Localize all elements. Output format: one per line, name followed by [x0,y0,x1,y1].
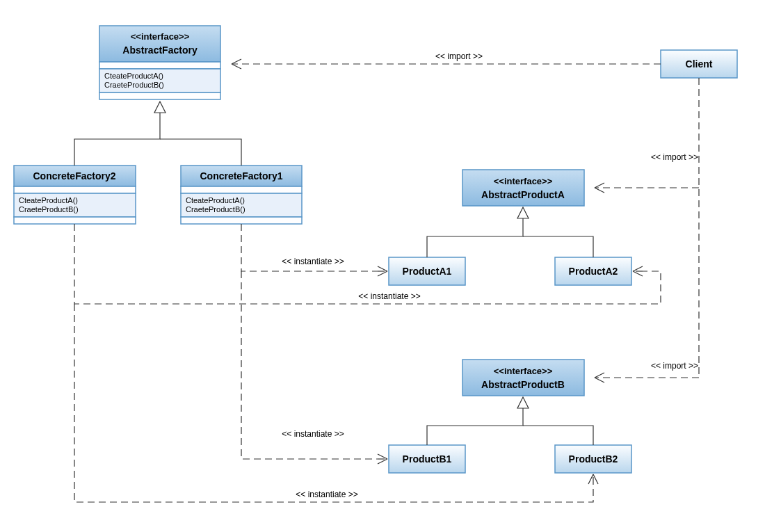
abstract-product-b-title: AbstractProductB [481,379,565,390]
inst-label-4: << instantiate >> [296,490,357,499]
product-b1-title: ProductB1 [403,453,452,465]
inst-label-1: << instantiate >> [282,257,344,266]
svg-rect-12 [181,217,302,224]
abstract-factory-title: AbstractFactory [122,45,198,56]
cf2-inh-line [74,113,160,166]
svg-rect-10 [181,186,302,193]
abstract-product-b-box: <<interface>> AbstractProductB [462,360,584,396]
product-a1-box: ProductA1 [389,257,465,285]
abstract-product-a-stereo: <<interface>> [494,176,553,186]
product-a2-title: ProductA2 [569,266,618,277]
abstract-product-a-title: AbstractProductA [481,189,565,200]
svg-rect-13 [462,170,584,206]
cf1-inh-line [160,139,241,166]
abstract-factory-stereo: <<interface>> [131,31,190,42]
concrete-factory2-method-2: CraeteProductB() [19,205,79,213]
product-b1-box: ProductB1 [389,445,465,473]
abs-prod-a-inh-icon [517,207,529,218]
inst-label-3: << instantiate >> [282,429,344,439]
abstract-factory-inh-icon [154,102,166,113]
concrete-factory2-box: ConcreteFactory2 CteateProductA() Craete… [14,166,136,224]
concrete-factory1-method-1: CteateProductA() [186,196,245,204]
abstract-factory-method-1: CteateProductA() [104,72,163,80]
import-label-3: << import >> [651,361,698,371]
abstract-factory-box: <<interface>> AbstractFactory CteateProd… [99,26,220,99]
svg-rect-8 [14,217,136,224]
client-box: Client [661,50,737,78]
svg-rect-6 [14,186,136,193]
abstract-factory-method-2: CraeteProductB() [104,81,164,89]
pa1-inh-line [427,218,523,257]
pb1-inh-line [427,408,523,445]
abstract-product-b-stereo: <<interface>> [494,366,553,376]
pb2-inh-line [523,426,593,445]
abstract-product-a-box: <<interface>> AbstractProductA [462,170,584,206]
pa2-inh-line [523,236,593,257]
concrete-factory1-title: ConcreteFactory1 [200,170,282,182]
import-label-2: << import >> [651,152,698,162]
cf2-inst-pb2 [74,304,593,502]
concrete-factory1-method-2: CraeteProductB() [186,205,245,213]
svg-rect-3 [99,92,220,99]
svg-rect-1 [99,62,220,69]
product-b2-box: ProductB2 [555,445,631,473]
product-a1-title: ProductA1 [403,266,452,277]
product-b2-title: ProductB2 [569,453,618,465]
uml-diagram: <<interface>> AbstractFactory CteateProd… [0,0,765,532]
client-title: Client [686,58,713,70]
abs-prod-b-inh-icon [517,397,529,408]
concrete-factory2-method-1: CteateProductA() [19,196,78,204]
concrete-factory2-title: ConcreteFactory2 [33,170,115,182]
import-label-1: << import >> [435,51,483,61]
concrete-factory1-box: ConcreteFactory1 CteateProductA() Craete… [181,166,302,224]
product-a2-box: ProductA2 [555,257,631,285]
svg-rect-16 [462,360,584,396]
inst-label-2: << instantiate >> [358,291,420,301]
